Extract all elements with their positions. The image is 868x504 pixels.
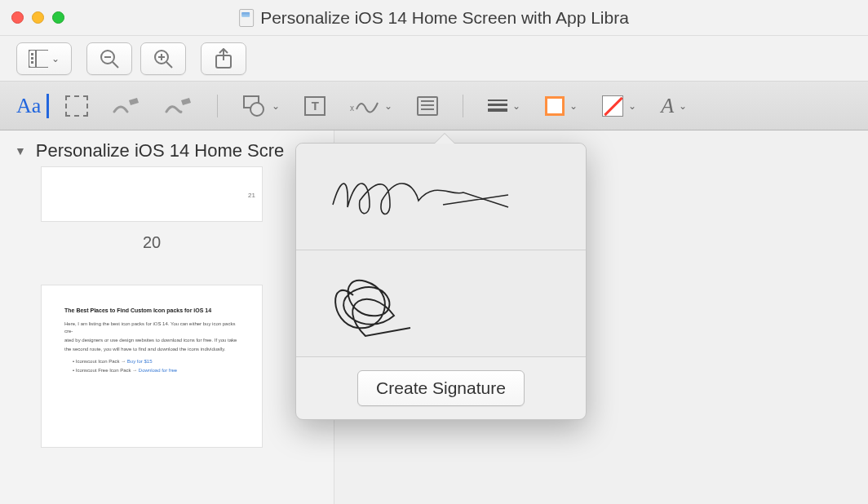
note-icon <box>417 96 438 116</box>
svg-line-9 <box>166 62 172 68</box>
close-window-button[interactable] <box>11 11 24 24</box>
note-tool-button[interactable] <box>417 96 438 116</box>
text-style-icon: Aa <box>16 94 41 118</box>
text-style-button[interactable]: Aa <box>16 94 41 118</box>
thumbnail-link: Download for free <box>139 368 177 373</box>
create-signature-button[interactable]: Create Signature <box>357 370 525 406</box>
svg-rect-3 <box>31 57 33 60</box>
share-button[interactable] <box>201 42 246 75</box>
zoom-in-icon <box>153 48 174 69</box>
thumbnail-page-number: 21 <box>248 192 255 199</box>
markup-toolbar: Aa ⌄ T x ⌄ ⌄ ⌄ ⌄ A ⌄ <box>0 82 868 130</box>
share-icon <box>215 48 232 69</box>
disclosure-triangle-icon: ▼ <box>15 144 26 157</box>
page-label: 20 <box>41 233 263 252</box>
chevron-down-icon: ⌄ <box>512 100 520 112</box>
border-color-button[interactable]: ⌄ <box>545 96 578 116</box>
text-cursor-icon <box>46 94 49 118</box>
chevron-down-icon: ⌄ <box>384 100 392 112</box>
primary-toolbar: ⌄ <box>0 36 868 82</box>
draw-icon <box>165 97 193 115</box>
selection-tool-button[interactable] <box>65 95 88 117</box>
signature-icon: x <box>350 96 379 116</box>
thumbnail-text-line: Here, I am listing the best icon packs f… <box>64 321 239 335</box>
zoom-out-icon <box>99 48 120 69</box>
chevron-down-icon: ⌄ <box>51 53 60 64</box>
sidebar-view-icon <box>29 50 48 68</box>
font-style-button[interactable]: A ⌄ <box>661 94 687 118</box>
svg-rect-4 <box>31 61 33 64</box>
text-box-icon: T <box>304 96 326 116</box>
window-titlebar: Personalize iOS 14 Home Screen with App … <box>0 0 868 36</box>
toolbar-separator <box>217 95 218 117</box>
border-color-swatch-icon <box>545 96 565 116</box>
sidebar-document-header[interactable]: ▼ Personalize iOS 14 Home Scre <box>0 135 334 166</box>
svg-point-15 <box>250 103 264 116</box>
chevron-down-icon: ⌄ <box>679 100 687 112</box>
window-controls <box>11 11 64 24</box>
window-title: Personalize iOS 14 Home Screen with App … <box>260 8 629 28</box>
shapes-icon <box>242 95 267 117</box>
chevron-down-icon: ⌄ <box>569 100 578 112</box>
page-thumbnail[interactable]: 21 <box>41 166 263 222</box>
selection-rect-icon <box>65 95 88 117</box>
signature-preview-icon <box>321 160 516 233</box>
chevron-down-icon: ⌄ <box>272 100 280 112</box>
signature-preview-icon <box>321 259 451 348</box>
minimize-window-button[interactable] <box>32 11 44 24</box>
thumbnail-text: Iconscout Icon Pack → <box>76 359 127 364</box>
text-box-button[interactable]: T <box>304 96 326 116</box>
svg-line-6 <box>113 62 118 68</box>
toolbar-separator <box>463 95 463 117</box>
svg-rect-2 <box>31 53 33 55</box>
signature-popover: Create Signature <box>295 143 587 420</box>
no-fill-swatch-icon <box>602 95 623 117</box>
thumbnail-text-line: ated by designers or use design websites… <box>64 337 239 344</box>
document-icon <box>239 9 254 27</box>
draw-tool-button[interactable] <box>165 97 193 115</box>
font-style-icon: A <box>661 94 674 118</box>
view-mode-button[interactable]: ⌄ <box>16 42 72 75</box>
chevron-down-icon: ⌄ <box>628 100 636 112</box>
thumbnail-heading: The Best Places to Find Custom Icon pack… <box>64 307 239 316</box>
zoom-in-button[interactable] <box>140 42 186 75</box>
zoom-out-button[interactable] <box>86 42 132 75</box>
fill-color-button[interactable]: ⌄ <box>602 95 636 117</box>
border-weight-button[interactable]: ⌄ <box>488 99 520 112</box>
page-thumbnail[interactable]: The Best Places to Find Custom Icon pack… <box>41 285 263 448</box>
thumbnail-sidebar: ▼ Personalize iOS 14 Home Scre 21 20 The… <box>0 130 334 504</box>
saved-signature-item[interactable] <box>296 250 586 357</box>
thumbnail-text-line: the second route, you will have to find … <box>64 346 239 353</box>
zoom-window-button[interactable] <box>52 11 64 24</box>
thumbnail-text: Iconscout Free Icon Pack → <box>76 368 139 373</box>
saved-signature-item[interactable] <box>296 144 586 250</box>
sign-tool-button[interactable]: x ⌄ <box>350 96 392 116</box>
line-weight-icon <box>488 99 507 112</box>
sidebar-document-title: Personalize iOS 14 Home Scre <box>36 140 284 161</box>
sketch-tool-button[interactable] <box>113 97 140 115</box>
thumbnail-link: Buy for $15 <box>127 359 153 364</box>
svg-text:x: x <box>350 104 354 113</box>
shapes-tool-button[interactable]: ⌄ <box>242 95 280 117</box>
sketch-icon <box>113 97 140 115</box>
